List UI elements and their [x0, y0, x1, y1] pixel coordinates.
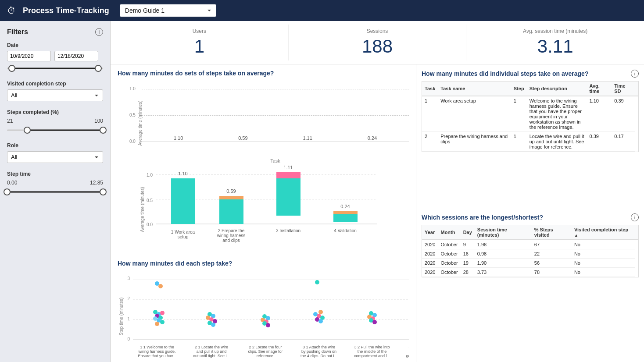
svg-text:reference.: reference. [257, 354, 275, 358]
sessions-table-wrapper[interactable]: Year Month Day Session time (minutes) % … [422, 225, 639, 277]
metric-users: Users 1 [111, 25, 289, 60]
col-session-time[interactable]: Session time (minutes) [475, 225, 532, 240]
filters-info-icon[interactable]: i [95, 28, 103, 36]
step-time-min: 0.00 [7, 180, 17, 186]
step-time-filter: Step time 0.00 12.85 [7, 171, 103, 196]
col-year[interactable]: Year [422, 225, 438, 240]
bar-chart-bars: 1.10 0.59 1.11 [142, 89, 409, 142]
col-task[interactable]: Task [422, 82, 438, 96]
task-num: 1 [422, 96, 438, 132]
day: 9 [461, 240, 475, 249]
svg-text:3 1 Attach the wire: 3 1 Attach the wire [303, 345, 335, 349]
dot-chart-svg: Step time (minutes) 3 2 1 0 [118, 270, 409, 362]
col-task-name[interactable]: Task name [438, 82, 511, 96]
svg-text:1.10: 1.10 [178, 171, 187, 176]
svg-text:3 3 Reach into the: 3 3 Reach into the [408, 345, 409, 349]
svg-text:1 Work area: 1 Work area [171, 230, 195, 234]
svg-text:out until tight. See i...: out until tight. See i... [193, 354, 230, 358]
bar3-teal [276, 178, 301, 216]
svg-text:0: 0 [127, 337, 130, 341]
right-panel: How many minutes did individual steps ta… [416, 64, 644, 362]
guide-dropdown[interactable]: Demo Guide 1 Demo Guide 2 Demo Guide 3 [120, 4, 216, 17]
dot [211, 323, 215, 327]
step-time-slider[interactable] [7, 188, 103, 196]
svg-text:3 Installation: 3 Installation [276, 228, 301, 233]
task-name: Prepare the wiring harness and clips [438, 132, 511, 152]
col-step[interactable]: Step [511, 82, 527, 96]
date-end-input[interactable] [54, 51, 98, 61]
steps-completed-track [7, 130, 103, 131]
steps-completed-thumb-right[interactable] [100, 127, 107, 134]
bottom-area: How many minutes do sets of steps take o… [111, 64, 644, 362]
bar-group-3: 1.11 [280, 135, 336, 142]
sidebar-filters: Filters i Date Visited completion step A… [0, 21, 111, 362]
grid-label-0: 0.0 [129, 139, 136, 144]
table-row: 2020 October 19 1.90 56 No [422, 258, 638, 267]
metric-avg-session: Avg. session time (minutes) 3.11 [466, 25, 644, 60]
task-name: Work area setup [438, 96, 511, 132]
task-num: 2 [422, 132, 438, 152]
bar-chart-section: How many minutes do sets of steps take o… [118, 70, 409, 251]
dot [318, 319, 323, 323]
steps-completed-thumb-left[interactable] [24, 127, 31, 134]
dot [160, 320, 165, 324]
step-time-thumb-left[interactable] [4, 188, 11, 195]
dot-chart-section: How many minutes did each step take? Ste… [118, 260, 409, 362]
bar-1-label: 1.10 [174, 135, 183, 141]
content-area: Users 1 Sessions 188 Avg. session time (… [111, 21, 644, 362]
role-dropdown[interactable]: AllAdminUser [7, 151, 103, 163]
date-slider-fill [12, 68, 98, 69]
date-slider-thumb-left[interactable] [8, 65, 15, 72]
filters-header: Filters i [7, 28, 103, 36]
date-slider[interactable] [7, 64, 103, 73]
col-step-desc[interactable]: Step description [527, 82, 587, 96]
date-start-input[interactable] [7, 51, 51, 61]
col-month[interactable]: Month [438, 225, 460, 240]
session-time: 1.98 [475, 240, 532, 249]
filters-title: Filters [7, 28, 28, 36]
sessions-title: Which sessions are the longest/shortest? [422, 214, 543, 221]
sessions-table: Year Month Day Session time (minutes) % … [422, 225, 638, 277]
day: 28 [461, 267, 475, 277]
year: 2020 [422, 267, 438, 277]
steps-avg-info-icon[interactable]: i [631, 70, 639, 78]
step-desc: Welcome to the wiring harness guide. Ens… [527, 96, 587, 132]
session-time: 0.98 [475, 249, 532, 258]
step-time-track [7, 192, 103, 193]
sessions-info-icon[interactable]: i [631, 213, 639, 221]
step-time-range-values: 0.00 12.85 [7, 180, 103, 186]
completion-step: No [572, 258, 635, 267]
month: October [438, 267, 460, 277]
svg-text:Step time (minutes): Step time (minutes) [119, 298, 124, 336]
header: ⏱ Process Time-Tracking Demo Guide 1 Dem… [0, 0, 644, 21]
step-time-thumb-right[interactable] [100, 188, 107, 195]
steps-avg-table-wrapper[interactable]: Task Task name Step Step description Avg… [422, 81, 639, 152]
svg-text:2: 2 [127, 296, 130, 301]
bar-chart-svg: 1.0 0.5 0.0 Average time (minutes) 1.10 … [118, 166, 409, 251]
bar3-pink [276, 172, 301, 178]
dot-chart-scroll[interactable]: Step time (minutes) 3 2 1 0 [118, 270, 409, 362]
bar-group-4: 0.24 [344, 135, 400, 142]
steps-completed-slider[interactable] [7, 126, 103, 135]
col-steps-visited[interactable]: % Steps visited [532, 225, 572, 240]
steps-visited: 56 [532, 258, 572, 267]
step-time-label: Step time [7, 171, 103, 177]
metric-sessions-value: 188 [296, 36, 459, 57]
steps-avg-title-row: How many minutes did individual steps ta… [422, 70, 639, 78]
svg-text:1: 1 [127, 316, 130, 321]
svg-text:1 1 Welcome to the: 1 1 Welcome to the [140, 345, 174, 349]
completion-step: No [572, 240, 635, 249]
table-row: 2020 October 28 3.73 78 No [422, 267, 638, 277]
date-slider-thumb-right[interactable] [95, 65, 102, 72]
col-day[interactable]: Day [461, 225, 475, 240]
steps-completed-min: 21 [7, 118, 13, 124]
step-time-max: 12.85 [90, 180, 103, 186]
col-completion-step[interactable]: Visited completion step [572, 225, 635, 240]
col-time-sd[interactable]: Time SD [612, 82, 635, 96]
dot [155, 281, 159, 286]
visited-completion-dropdown[interactable]: AllYesNo [7, 89, 103, 101]
svg-text:0.5: 0.5 [147, 198, 153, 203]
completion-step: No [572, 249, 635, 258]
col-avg-time[interactable]: Avg. time [587, 82, 612, 96]
visited-completion-filter: Visited completion step AllYesNo [7, 81, 103, 101]
